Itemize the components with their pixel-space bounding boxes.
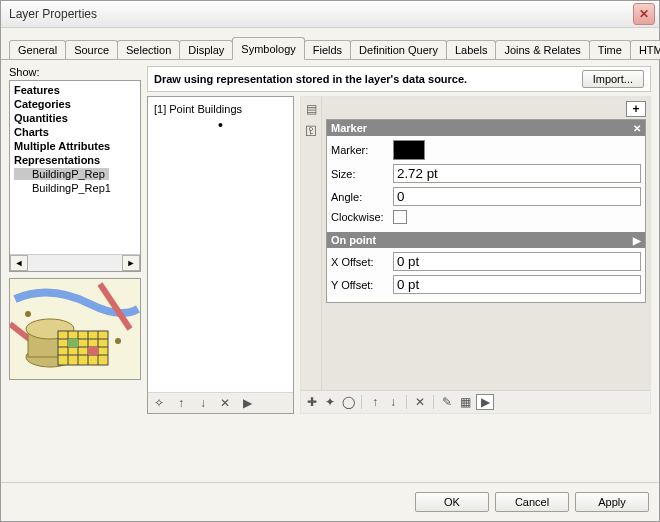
tool-db-icon[interactable]: ▦ — [458, 395, 472, 409]
tool-menu-icon[interactable]: ▶ — [476, 394, 494, 410]
ok-button[interactable]: OK — [415, 492, 489, 512]
size-label: Size: — [331, 168, 393, 180]
tab-display[interactable]: Display — [179, 40, 233, 59]
rule-swatch: • — [152, 117, 289, 129]
close-section-icon[interactable]: ✕ — [633, 123, 641, 134]
play-icon[interactable]: ▶ — [240, 396, 254, 410]
delete-icon[interactable]: ✕ — [218, 396, 232, 410]
tool-erase-icon[interactable]: ✎ — [440, 395, 454, 409]
yoffset-input[interactable] — [393, 275, 641, 294]
tree-features[interactable]: Features — [14, 83, 136, 97]
svg-rect-4 — [58, 331, 108, 365]
scroll-left-button[interactable]: ◄ — [10, 255, 28, 271]
tab-joins-relates[interactable]: Joins & Relates — [495, 40, 589, 59]
xoffset-label: X Offset: — [331, 256, 393, 268]
angle-label: Angle: — [331, 191, 393, 203]
add-rule-icon[interactable]: ✧ — [152, 396, 166, 410]
tool-addfx-icon[interactable]: ✦ — [323, 395, 337, 409]
close-icon: ✕ — [639, 7, 649, 21]
tab-general[interactable]: General — [9, 40, 66, 59]
tab-html-popup[interactable]: HTML Popup — [630, 40, 660, 59]
scroll-right-button[interactable]: ► — [122, 255, 140, 271]
show-tree[interactable]: Features Categories Quantities Charts Mu… — [9, 80, 141, 272]
tab-time[interactable]: Time — [589, 40, 631, 59]
close-button[interactable]: ✕ — [633, 3, 655, 25]
move-down-icon[interactable]: ↓ — [196, 396, 210, 410]
yoffset-label: Y Offset: — [331, 279, 393, 291]
angle-input[interactable] — [393, 187, 641, 206]
key-icon[interactable]: ⚿ — [303, 123, 319, 139]
tree-rep-item-1[interactable]: BuildingP_Rep — [14, 167, 136, 181]
description-text: Draw using representation stored in the … — [154, 73, 576, 85]
tree-categories[interactable]: Categories — [14, 97, 136, 111]
tab-definition-query[interactable]: Definition Query — [350, 40, 447, 59]
xoffset-input[interactable] — [393, 252, 641, 271]
tab-symbology[interactable]: Symbology — [232, 37, 304, 60]
clockwise-label: Clockwise: — [331, 211, 393, 223]
tool-add-icon[interactable]: ✚ — [305, 395, 319, 409]
tool-delete-icon[interactable]: ✕ — [413, 395, 427, 409]
cancel-button[interactable]: Cancel — [495, 492, 569, 512]
rule-list[interactable]: [1] Point Buildings • ✧ ↑ ↓ ✕ ▶ — [147, 96, 294, 414]
tree-representations[interactable]: Representations — [14, 153, 136, 167]
add-layer-button[interactable]: + — [626, 101, 646, 117]
on-point-header[interactable]: On point▶ — [327, 232, 645, 248]
move-up-icon[interactable]: ↑ — [174, 396, 188, 410]
rule-item-1[interactable]: [1] Point Buildings — [152, 101, 289, 117]
marker-label: Marker: — [331, 144, 393, 156]
tree-charts[interactable]: Charts — [14, 125, 136, 139]
clockwise-checkbox[interactable] — [393, 210, 407, 224]
svg-rect-12 — [68, 339, 78, 347]
tab-fields[interactable]: Fields — [304, 40, 351, 59]
tab-source[interactable]: Source — [65, 40, 118, 59]
tab-strip: General Source Selection Display Symbolo… — [1, 28, 659, 60]
preview-image — [9, 278, 141, 380]
svg-point-15 — [25, 311, 31, 317]
tree-quantities[interactable]: Quantities — [14, 111, 136, 125]
tool-up-icon[interactable]: ↑ — [368, 395, 382, 409]
svg-point-14 — [115, 338, 121, 344]
tab-labels[interactable]: Labels — [446, 40, 496, 59]
window-title: Layer Properties — [5, 7, 97, 21]
show-label: Show: — [9, 66, 141, 78]
expand-icon[interactable]: ▶ — [633, 235, 641, 246]
tool-units-icon[interactable]: ◯ — [341, 395, 355, 409]
apply-button[interactable]: Apply — [575, 492, 649, 512]
layers-icon[interactable]: ▤ — [303, 101, 319, 117]
size-input[interactable] — [393, 164, 641, 183]
tree-multiple-attributes[interactable]: Multiple Attributes — [14, 139, 136, 153]
marker-swatch[interactable] — [393, 140, 425, 160]
tab-selection[interactable]: Selection — [117, 40, 180, 59]
tree-rep-item-2[interactable]: BuildingP_Rep1 — [14, 181, 136, 195]
import-button[interactable]: Import... — [582, 70, 644, 88]
svg-rect-13 — [88, 347, 98, 355]
marker-header: Marker✕ — [327, 120, 645, 136]
tool-down-icon[interactable]: ↓ — [386, 395, 400, 409]
